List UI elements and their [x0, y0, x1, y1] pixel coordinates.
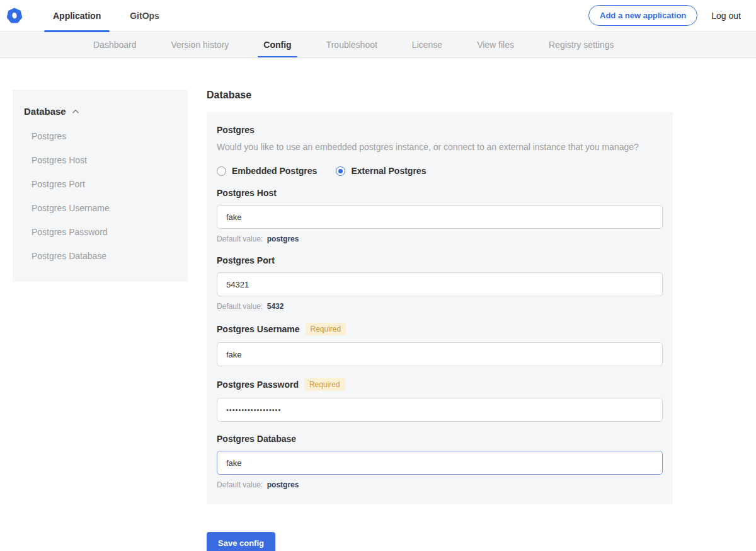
- postgres-password-input[interactable]: [217, 398, 663, 422]
- add-new-application-button[interactable]: Add a new application: [588, 5, 697, 26]
- subtab-troubleshoot[interactable]: Troubleshoot: [326, 32, 377, 57]
- field-label-postgres-password: Postgres Password: [217, 380, 299, 390]
- config-main: Database Postgres Would you like to use …: [207, 90, 673, 551]
- sidebar-item-postgres-port[interactable]: Postgres Port: [24, 172, 176, 196]
- top-nav: Application GitOps Add a new application…: [0, 0, 756, 32]
- default-hint: Default value: 5432: [217, 302, 663, 311]
- subtab-version-history-label: Version history: [171, 40, 229, 50]
- field-postgres-password: Postgres Password Required: [217, 378, 663, 422]
- field-postgres-database: Postgres Database Default value: postgre…: [217, 434, 663, 489]
- top-tabs: Application GitOps: [44, 0, 180, 32]
- subtab-registry-settings-label: Registry settings: [549, 40, 614, 50]
- sidebar-group-database[interactable]: Database: [24, 106, 176, 117]
- default-hint: Default value: postgres: [217, 480, 663, 489]
- sidebar-item-postgres-password[interactable]: Postgres Password: [24, 220, 176, 244]
- subtab-license[interactable]: License: [412, 32, 442, 57]
- postgres-username-input[interactable]: [217, 342, 663, 366]
- tab-gitops-label: GitOps: [130, 11, 159, 21]
- subtab-version-history[interactable]: Version history: [171, 32, 229, 57]
- sidebar-item-list: Postgres Postgres Host Postgres Port Pos…: [24, 124, 176, 268]
- sidebar-item-postgres-username[interactable]: Postgres Username: [24, 196, 176, 220]
- subtab-view-files[interactable]: View files: [477, 32, 514, 57]
- field-label-postgres-port: Postgres Port: [217, 255, 275, 265]
- default-hint-label: Default value:: [217, 480, 263, 489]
- sidebar-item-postgres[interactable]: Postgres: [24, 124, 176, 148]
- save-config-button[interactable]: Save config: [207, 532, 275, 551]
- radio-embedded-postgres[interactable]: Embedded Postgres: [217, 166, 317, 176]
- radio-embedded-postgres-label: Embedded Postgres: [232, 166, 317, 176]
- tab-gitops[interactable]: GitOps: [121, 0, 168, 32]
- default-hint-value: 5432: [267, 302, 284, 311]
- radio-circle-icon: [217, 166, 226, 176]
- subtab-config[interactable]: Config: [263, 32, 291, 57]
- subtab-dashboard-label: Dashboard: [93, 40, 137, 50]
- config-layout: Database Postgres Postgres Host Postgres…: [0, 90, 756, 551]
- required-badge: Required: [306, 323, 346, 335]
- postgres-host-input[interactable]: [217, 205, 663, 229]
- subtab-dashboard[interactable]: Dashboard: [93, 32, 137, 57]
- subtab-view-files-label: View files: [477, 40, 514, 50]
- default-hint-value: postgres: [267, 480, 299, 489]
- radio-external-postgres[interactable]: External Postgres: [336, 166, 426, 176]
- field-label-postgres-username: Postgres Username: [217, 324, 300, 334]
- database-config-group: Postgres Would you like to use an embedd…: [207, 112, 673, 504]
- postgres-database-input[interactable]: [217, 451, 663, 475]
- required-badge: Required: [304, 378, 345, 391]
- sidebar-group-label: Database: [24, 106, 66, 117]
- page-title: Database: [207, 90, 673, 101]
- subtab-license-label: License: [412, 40, 442, 50]
- field-label-postgres-database: Postgres Database: [217, 434, 296, 444]
- field-postgres-port: Postgres Port Default value: 5432: [217, 255, 663, 311]
- radio-external-postgres-label: External Postgres: [351, 166, 426, 176]
- app-logo-icon[interactable]: [6, 8, 23, 24]
- radio-circle-icon: [336, 166, 345, 176]
- default-hint-label: Default value:: [217, 235, 263, 243]
- subtab-registry-settings[interactable]: Registry settings: [549, 32, 614, 57]
- config-sidebar: Database Postgres Postgres Host Postgres…: [13, 90, 188, 282]
- sidebar-item-postgres-host[interactable]: Postgres Host: [24, 148, 176, 172]
- default-hint-label: Default value:: [217, 302, 263, 311]
- subtab-config-label: Config: [263, 40, 291, 50]
- default-hint: Default value: postgres: [217, 235, 663, 243]
- field-postgres-username: Postgres Username Required: [217, 323, 663, 366]
- field-postgres-host: Postgres Host Default value: postgres: [217, 188, 663, 243]
- postgres-port-input[interactable]: [217, 272, 663, 296]
- chevron-up-icon: [71, 107, 80, 116]
- tab-application[interactable]: Application: [44, 0, 110, 32]
- default-hint-value: postgres: [267, 235, 299, 243]
- logout-link[interactable]: Log out: [711, 11, 741, 21]
- tab-application-label: Application: [53, 11, 101, 21]
- field-label-postgres-host: Postgres Host: [217, 188, 277, 198]
- subtab-troubleshoot-label: Troubleshoot: [326, 40, 377, 50]
- group-name: Postgres: [217, 125, 663, 135]
- postgres-type-radio-group: Embedded Postgres External Postgres: [217, 166, 663, 176]
- group-description: Would you like to use an embedded postgr…: [217, 141, 663, 153]
- app-sub-nav: Dashboard Version history Config Trouble…: [0, 32, 756, 58]
- sidebar-item-postgres-database[interactable]: Postgres Database: [24, 244, 176, 268]
